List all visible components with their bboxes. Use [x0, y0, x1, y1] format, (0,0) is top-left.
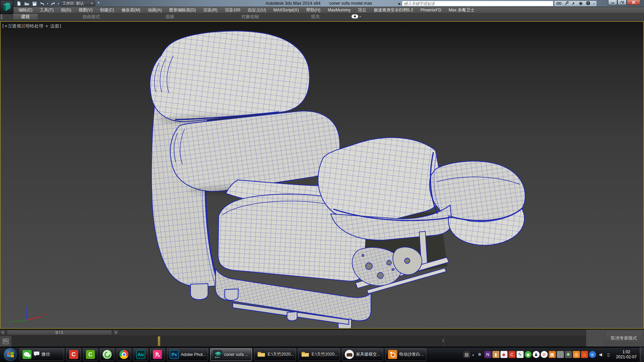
- tray-wechat-icon[interactable]: ◉: [525, 351, 532, 358]
- taskbar-clock[interactable]: 1:02 2021-02-07: [616, 350, 637, 360]
- 3dsmax-logo-icon: [2, 2, 12, 12]
- menu-maxscript[interactable]: MAXScript(X): [270, 7, 303, 13]
- tray-media-app-icon[interactable]: ◆: [500, 351, 507, 358]
- tray-keyboard-icon[interactable]: ▤: [463, 351, 470, 358]
- show-hidden-icons-button[interactable]: ▴: [471, 351, 475, 358]
- tray-browser-window-icon[interactable]: ▦: [549, 351, 556, 358]
- favorites-star-icon[interactable]: [579, 1, 583, 7]
- chrome-icon: [119, 350, 128, 359]
- tab-selection[interactable]: 选择: [154, 13, 186, 20]
- taskbar-browser-360[interactable]: [100, 348, 114, 361]
- time-slider-thumb[interactable]: 0 / 1: [7, 330, 112, 335]
- tray-security-flame-icon[interactable]: ♨: [581, 351, 588, 358]
- menu-phoenixfd[interactable]: PhoenixFD: [417, 7, 445, 13]
- taskbar-furniture-chat[interactable]: 家具建模交...: [342, 348, 383, 361]
- tray-reader-icon[interactable]: ✎: [517, 351, 524, 358]
- tray-network-icon[interactable]: ▯: [605, 351, 612, 358]
- menu-create[interactable]: 创建(C): [96, 7, 118, 13]
- chevron-down-icon: ▾: [360, 15, 361, 18]
- menu-modifiers[interactable]: 修改器(M): [118, 7, 144, 13]
- menu-rendering[interactable]: 渲染(R): [200, 7, 221, 13]
- search-icon[interactable]: [556, 1, 561, 7]
- menu-maxmummy[interactable]: MaxMummy: [324, 7, 354, 13]
- help-dropdown-icon[interactable]: ▾: [593, 2, 595, 5]
- communication-center-icon[interactable]: [572, 1, 576, 7]
- previous-frame-button[interactable]: <: [0, 330, 6, 335]
- viewport-label[interactable]: [+][透视][明暗处理 + 边面]: [2, 23, 62, 29]
- taskbar-wanzi[interactable]: 丸: [150, 348, 165, 361]
- taskbar-sofa-capture[interactable]: 电动沙发白...: [385, 348, 426, 361]
- redo-dropdown-icon[interactable]: ▾: [58, 2, 59, 5]
- redo-icon[interactable]: [50, 1, 56, 6]
- current-frame-marker[interactable]: [158, 336, 160, 346]
- help-icon[interactable]: ?: [586, 1, 590, 7]
- tab-freeform[interactable]: 自由形式: [70, 13, 113, 20]
- next-frame-button[interactable]: >: [113, 330, 119, 335]
- tray-usb-safe-icon[interactable]: ✓: [557, 351, 564, 358]
- tab-populate[interactable]: 填充: [299, 13, 331, 20]
- show-desktop-button[interactable]: [640, 347, 644, 362]
- save-icon[interactable]: [32, 1, 37, 6]
- menu-help[interactable]: 帮助(H): [303, 7, 324, 13]
- taskbar-camtasia-green[interactable]: C: [83, 348, 98, 361]
- viewport-menu-pov[interactable]: [透视]: [10, 23, 23, 28]
- ribbon-drag-handle[interactable]: [1, 14, 2, 19]
- perspective-viewport[interactable]: [+][透视][明暗处理 + 边面] z x y: [0, 21, 644, 329]
- tray-capture-icon[interactable]: ◎: [573, 351, 580, 358]
- menu-edit[interactable]: 编辑(E): [15, 7, 36, 13]
- menu-render100[interactable]: 渲染100: [221, 7, 244, 13]
- taskbar-wechat[interactable]: 微信: [20, 348, 64, 361]
- mini-curve-editor-button[interactable]: [0, 336, 11, 347]
- open-file-icon[interactable]: [24, 1, 30, 6]
- menu-max-antivirus[interactable]: Max 杀毒卫士: [445, 7, 478, 13]
- toolbar-options-icon[interactable]: ▼: [97, 1, 100, 4]
- menu-customize[interactable]: 自定义(U): [244, 7, 270, 13]
- menu-group[interactable]: 组(G): [57, 7, 75, 13]
- taskbar-chrome[interactable]: [117, 348, 131, 361]
- minimize-button[interactable]: [608, 0, 617, 5]
- close-button[interactable]: [627, 0, 640, 5]
- 3dsmax-application-menu-button[interactable]: [0, 0, 13, 14]
- tab-object-paint[interactable]: 对象绘制: [229, 13, 272, 20]
- curve-editor-icon: [3, 338, 9, 344]
- tray-ie-icon[interactable]: e: [589, 351, 596, 358]
- ribbon-display-toggle[interactable]: ▾: [352, 14, 361, 18]
- menu-slimming-archive[interactable]: 极速瘦身安全归档5.2: [370, 7, 417, 13]
- menu-graph-editors[interactable]: 图形编辑器(D): [165, 7, 200, 13]
- tray-volume-icon[interactable]: ◀: [597, 351, 604, 358]
- tray-network-gear-icon[interactable]: ✱: [565, 351, 572, 358]
- cancel-expert-mode-button[interactable]: 取消专家模式: [605, 330, 643, 346]
- undo-dropdown-icon[interactable]: ▾: [47, 2, 48, 5]
- tray-qq-blocked-icon[interactable]: ⊘: [541, 351, 548, 358]
- workspace-selector[interactable]: 工作区: 默认 ▼: [60, 1, 95, 6]
- tray-screen-clip-icon[interactable]: N: [484, 351, 491, 358]
- menu-renderbus[interactable]: 渲云: [354, 7, 370, 13]
- track-bar[interactable]: 1: [0, 336, 586, 347]
- taskbar-audition[interactable]: Au: [133, 348, 148, 361]
- viewport-menu-shading[interactable]: [明暗处理 + 边面]: [23, 23, 61, 28]
- restore-button[interactable]: [618, 0, 627, 5]
- undo-icon[interactable]: [39, 1, 45, 6]
- menu-views[interactable]: 视图(V): [75, 7, 96, 13]
- taskbar-photoshop[interactable]: Ps Adobe Phot...: [167, 348, 208, 361]
- taskbar-label: 家具建模交...: [356, 352, 380, 357]
- sofa-model[interactable]: [1, 22, 643, 328]
- tray-qq-icon[interactable]: ♟: [533, 351, 540, 358]
- menu-animation[interactable]: 动画(A): [144, 7, 165, 13]
- tray-plugin-icon[interactable]: ✱: [476, 351, 483, 358]
- viewport-menu-general[interactable]: [+]: [2, 23, 10, 28]
- infocenter-collapse-icon[interactable]: ▶: [398, 2, 401, 5]
- taskbar-3dsmax-active[interactable]: MAX coner sofa ...: [210, 348, 252, 361]
- subscription-wrench-icon[interactable]: [565, 1, 569, 7]
- taskbar-camtasia-red[interactable]: C: [66, 348, 81, 361]
- tray-camtasia-icon[interactable]: C: [508, 351, 516, 358]
- search-input[interactable]: [402, 1, 553, 6]
- start-button[interactable]: [3, 348, 17, 362]
- tray-usb-drive-icon[interactable]: ▮: [492, 351, 499, 358]
- taskbar-folder-1[interactable]: E:\天竹2020...: [254, 348, 296, 361]
- taskbar-folder-2[interactable]: E:\天竹2020...: [298, 348, 340, 361]
- tab-modeling[interactable]: 建模: [13, 13, 38, 20]
- menu-tools[interactable]: 工具(T): [36, 7, 57, 13]
- new-file-icon[interactable]: [16, 1, 22, 6]
- time-scrollbar[interactable]: < 0 / 1 >: [0, 329, 586, 336]
